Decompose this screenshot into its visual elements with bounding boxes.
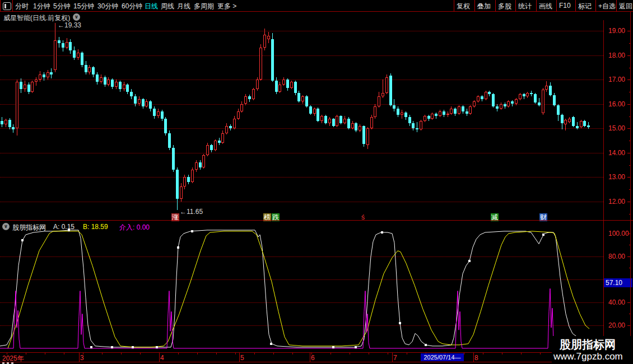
price-gridline (0, 55, 603, 56)
high-price-annotation: ←19.33 (58, 21, 81, 29)
candle-down (294, 82, 297, 93)
candle-down (73, 50, 76, 58)
menu-item-right-9[interactable]: 返回 (619, 2, 632, 11)
date-axis-label: 6 (311, 354, 315, 362)
indicator-line-white (0, 230, 583, 347)
candle-down (534, 94, 537, 102)
date-axis-tick (216, 353, 217, 354)
date-axis-separator (310, 353, 310, 362)
date-axis-tick (197, 353, 198, 354)
date-axis-tick (64, 353, 64, 354)
candle-down (12, 127, 15, 129)
window-right-border (630, 12, 631, 364)
candle-down (153, 109, 156, 116)
candle-up (244, 96, 247, 104)
candle-down (218, 141, 221, 143)
candle-up (526, 93, 529, 97)
divider (0, 352, 633, 353)
candle-up (301, 96, 304, 101)
date-axis-tick (521, 353, 522, 354)
candle-down (316, 109, 319, 121)
candle-down (435, 114, 437, 116)
candle-up (107, 80, 110, 85)
candle-up (313, 109, 316, 114)
indicator-plot-area[interactable] (0, 221, 603, 352)
candle-down (504, 104, 506, 106)
candle-up (385, 77, 388, 93)
date-axis-label: 3 (80, 354, 84, 362)
candle-down (462, 106, 464, 111)
candle-up (252, 89, 255, 99)
indicator-current-value-badge: 57.10 (604, 278, 632, 287)
candle-down (576, 126, 579, 128)
price-axis-label: 17.00 (608, 76, 625, 83)
current-date-badge: 2025/07/14— (421, 353, 464, 361)
date-axis-tick (83, 353, 83, 354)
date-axis-tick (121, 353, 122, 354)
candle-up (450, 109, 453, 114)
divider (616, 0, 617, 11)
candle-down (126, 85, 129, 92)
white-square-marker (399, 322, 401, 324)
candle-up (195, 162, 198, 170)
white-square-marker (425, 344, 427, 346)
date-axis-tick (407, 353, 407, 354)
candle-up (31, 82, 34, 91)
date-axis-tick (235, 353, 236, 354)
candle-up (401, 113, 403, 115)
white-square-marker (355, 346, 357, 348)
candle-down (553, 95, 556, 105)
candle-down (187, 177, 190, 182)
date-axis-tick (350, 353, 350, 354)
candle-down (355, 123, 357, 130)
candle-up (446, 114, 449, 115)
white-square-marker (468, 260, 471, 262)
candle-wick (417, 122, 417, 132)
watermark-site-name: 股朋指标网 (560, 337, 616, 352)
candle-up (290, 82, 293, 88)
candlestick-plot-area[interactable] (0, 0, 603, 220)
candle-up (378, 96, 380, 106)
candle-down (416, 128, 418, 129)
candle-down (164, 119, 167, 133)
candle-up (374, 106, 376, 118)
date-axis-tick (102, 353, 103, 354)
candle-up (423, 116, 426, 121)
candle-up (278, 85, 281, 92)
candle-down (1, 121, 3, 125)
candle-down (466, 111, 468, 114)
candle-down (92, 67, 95, 74)
price-axis-label: 14.00 (608, 149, 625, 157)
price-gridline (0, 80, 603, 80)
low-price-annotation: ←11.65 (180, 208, 203, 216)
date-axis-tick (369, 353, 369, 354)
candle-down (50, 72, 53, 74)
date-axis-tick (273, 353, 274, 354)
white-square-marker (191, 230, 193, 232)
price-axis-label: 16.00 (608, 100, 625, 108)
candle-up (439, 111, 441, 116)
price-axis-label: 13.00 (608, 173, 625, 181)
candle-up (123, 85, 125, 90)
candle-up (240, 104, 243, 111)
white-square-marker (90, 346, 92, 348)
candle-down (393, 105, 395, 109)
white-square-marker (68, 229, 70, 231)
candle-up (431, 114, 434, 119)
candle-up (256, 80, 259, 89)
candle-up (336, 116, 338, 125)
date-axis-separator (473, 353, 474, 362)
indicator-line-magenta (0, 288, 587, 348)
candle-up (351, 123, 354, 128)
white-square-marker (381, 231, 383, 234)
candle-up (225, 126, 228, 133)
date-axis-tick (178, 353, 179, 354)
candle-down (43, 74, 45, 77)
candle-down (119, 82, 122, 89)
candle-up (328, 119, 331, 124)
candle-down (362, 126, 365, 144)
candle-up (46, 72, 49, 77)
candle-up (77, 53, 80, 58)
watermark-site-url: www.7gpzb.com (553, 351, 623, 362)
white-square-marker (542, 234, 544, 236)
